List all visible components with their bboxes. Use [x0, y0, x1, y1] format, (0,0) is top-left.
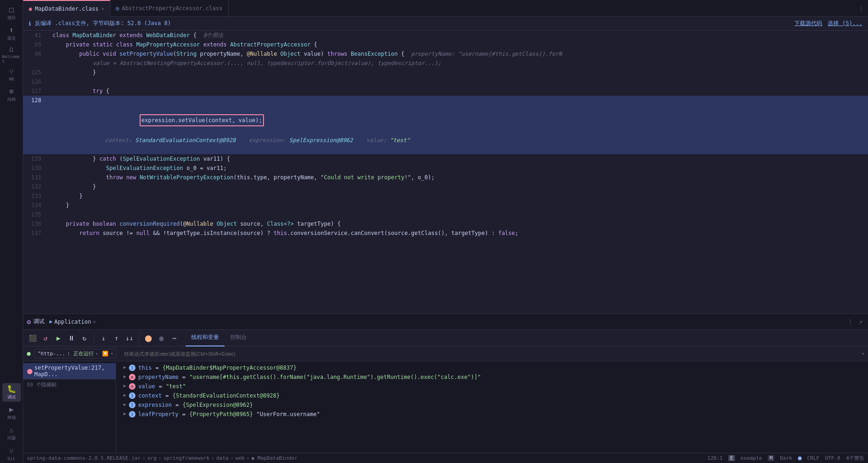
sidebar-item-terminal[interactable]: ▶ 终端	[2, 404, 21, 422]
tab-map-data-binder[interactable]: ◉ MapDataBinder.class ✕	[23, 0, 110, 17]
step-out-button[interactable]: ↓↓	[124, 333, 135, 344]
debug-toolbar: ⬛ ↺ ▶ ⏸ ↻ ↓ ↑ ↓↓ ⬤ ◎ ⋯ 线程和变量 控制台	[23, 330, 868, 346]
warnings: 4个警告	[846, 455, 864, 462]
editor-badge: E	[728, 455, 735, 461]
project-icon: □	[9, 5, 14, 14]
breadcrumb-web: web	[235, 455, 244, 461]
frame-set-property[interactable]: ⬤ setPropertyValue:217, MapD...	[23, 363, 116, 379]
tab-menu-button[interactable]: ⋮	[855, 5, 868, 12]
status-bar: spring-data-commons-2.0.5.RELEASE.jar › …	[23, 453, 868, 463]
sidebar-item-debug[interactable]: 🐛 调试	[2, 383, 21, 402]
frame-icon: ⬤	[27, 368, 32, 374]
step-into-button[interactable]: ↑	[111, 333, 122, 344]
var-this[interactable]: ▶ } this = {MapDataBinder$MapPropertyAcc…	[116, 363, 868, 372]
code-line-137: 137 return source != null && !targetType…	[23, 228, 868, 238]
expression-input[interactable]	[120, 351, 858, 357]
code-line-129: 129 } catch (SpelEvaluationException var…	[23, 154, 868, 163]
code-line-41: 41 class MapDataBinder extends WebDataBi…	[23, 31, 868, 40]
issues-icon: ⚠	[9, 425, 14, 434]
breadcrumb-sep5: ›	[246, 455, 250, 461]
debug-app-tab[interactable]: ▶ Application ✕	[47, 319, 97, 325]
sidebar-item-commit[interactable]: ⬆ 提交	[2, 24, 21, 43]
var-value[interactable]: ▶ ⚙ value = "test"	[116, 382, 868, 391]
code-line-130: 130 SpelEvaluationException o_0 = var11;	[23, 163, 868, 173]
debug-title: 调试	[33, 318, 45, 326]
code-line-decompiled: value = AbstractNestingPropertyAccessor.…	[23, 59, 868, 68]
sidebar-item-project[interactable]: □ 项目	[2, 4, 21, 22]
breakpoint-button[interactable]: ⬤	[143, 333, 154, 344]
sidebar-label-welcome: Welcome t	[2, 54, 21, 64]
debug-frames: ⬤ setPropertyValue:217, MapD... 59 个隐藏帧	[23, 361, 116, 453]
var-icon-leaf: }	[129, 411, 135, 417]
tab-abstract-property[interactable]: ◎ AbstractPropertyAccessor.class	[110, 0, 229, 17]
sidebar-item-label: 项目	[7, 15, 16, 21]
debug-app-tab-label: Application	[54, 319, 91, 325]
expand-icon-val[interactable]: ▶	[123, 383, 126, 388]
sidebar-item-git[interactable]: ⑂ Git	[2, 444, 21, 463]
hidden-frames: 59 个隐藏帧	[23, 379, 116, 390]
code-line-128: 128 expression.setValue(context, value);…	[23, 96, 868, 154]
expand-icon-expr[interactable]: ▶	[123, 402, 126, 407]
breadcrumb-sep2: ›	[159, 455, 162, 461]
download-source-link[interactable]: 下载源代码	[794, 20, 822, 27]
session-name: "http-...	[38, 351, 65, 357]
code-area[interactable]: 41 class MapDataBinder extends WebDataBi…	[23, 31, 868, 313]
debug-header-expand[interactable]: ↗	[857, 318, 864, 325]
expand-icon-leaf[interactable]: ▶	[123, 411, 126, 416]
more-button[interactable]: ⋯	[169, 333, 180, 344]
breadcrumb-org: org	[148, 455, 157, 461]
debug-variables: ▶ } this = {MapDataBinder$MapPropertyAcc…	[116, 361, 868, 453]
sidebar-label-git: Git	[7, 456, 15, 461]
pause-button[interactable]: ⏸	[66, 333, 77, 344]
expand-icon-this[interactable]: ▶	[123, 365, 126, 370]
debug-panel-label: 调试	[33, 318, 45, 326]
pr-icon: ⑂	[9, 67, 14, 76]
tab-console[interactable]: 控制台	[225, 330, 252, 346]
sidebar-item-pr[interactable]: ⑂ PR	[2, 65, 21, 84]
tab-label2: AbstractPropertyAccessor.class	[122, 5, 223, 12]
select-source-link[interactable]: 选择 (S)...	[828, 20, 862, 27]
toolbar-divider1	[94, 333, 94, 343]
breadcrumb-data: data	[216, 455, 229, 461]
debug-app-tab-close[interactable]: ✕	[93, 319, 96, 324]
sidebar-label-issues: 问题	[7, 435, 16, 441]
var-expression[interactable]: ▶ } expression = {SpelExpression@8962}	[116, 400, 868, 410]
code-line-131: 131 throw new NotWritablePropertyExcepti…	[23, 173, 868, 182]
sidebar-item-welcome[interactable]: ⌂ Welcome t	[2, 45, 21, 63]
code-line-132: 132 }	[23, 182, 868, 191]
code-line-134: 134 }	[23, 201, 868, 210]
debug-header-menu[interactable]: ⋮	[845, 318, 855, 325]
info-actions: 下载源代码 选择 (S)...	[794, 20, 862, 27]
resume-button[interactable]: ▶	[53, 333, 64, 344]
code-line-125: 125 }	[23, 68, 868, 77]
breadcrumb-sep4: ›	[231, 455, 234, 461]
expand-icon-ctx[interactable]: ▶	[123, 392, 126, 398]
rerun-button[interactable]: ↺	[40, 333, 51, 344]
step-over-button[interactable]: ↓	[98, 333, 109, 344]
var-icon-prop: ⚙	[129, 374, 135, 380]
session-status	[27, 352, 31, 356]
sidebar-item-issues[interactable]: ⚠ 问题	[2, 424, 21, 443]
tab-threads-label: 线程和变量	[191, 333, 219, 341]
var-leaf-property[interactable]: ▶ } leafProperty = {PropertyPath@8965} "…	[116, 410, 868, 419]
session-dropdown[interactable]: "http-... : 正在运行 ▾ 🔽 ▾	[34, 349, 116, 359]
sidebar-item-structure[interactable]: ≡ 结构	[2, 85, 21, 104]
debug-session-bar: "http-... : 正在运行 ▾ 🔽 ▾ ▾	[23, 346, 868, 361]
debug-gear-icon: ⚙	[27, 318, 31, 326]
breadcrumb-sep1: ›	[142, 455, 146, 461]
hidden-frames-label: 59 个隐藏帧	[27, 382, 57, 388]
var-property-name[interactable]: ▶ ⚙ propertyName = "username[#this.getCl…	[116, 372, 868, 382]
code-line-127: 127 try {	[23, 86, 868, 96]
rerun2-button[interactable]: ↻	[79, 333, 90, 344]
sidebar-label-structure: 结构	[7, 97, 16, 103]
filter-icon: 🔽	[102, 351, 109, 357]
sidebar-label-commit: 提交	[7, 35, 16, 41]
var-context[interactable]: ▶ } context = {StandardEvaluationContext…	[116, 391, 868, 400]
breadcrumb-jar: spring-data-commons-2.0.5.RELEASE.jar	[27, 455, 141, 461]
stop-button[interactable]: ⬛	[27, 333, 38, 344]
watch-button[interactable]: ◎	[156, 333, 167, 344]
frame-label: setPropertyValue:217, MapD...	[34, 365, 112, 378]
expand-icon-prop[interactable]: ▶	[123, 374, 126, 379]
tab-close-btn[interactable]: ✕	[102, 6, 104, 11]
tab-threads[interactable]: 线程和变量	[186, 330, 225, 346]
